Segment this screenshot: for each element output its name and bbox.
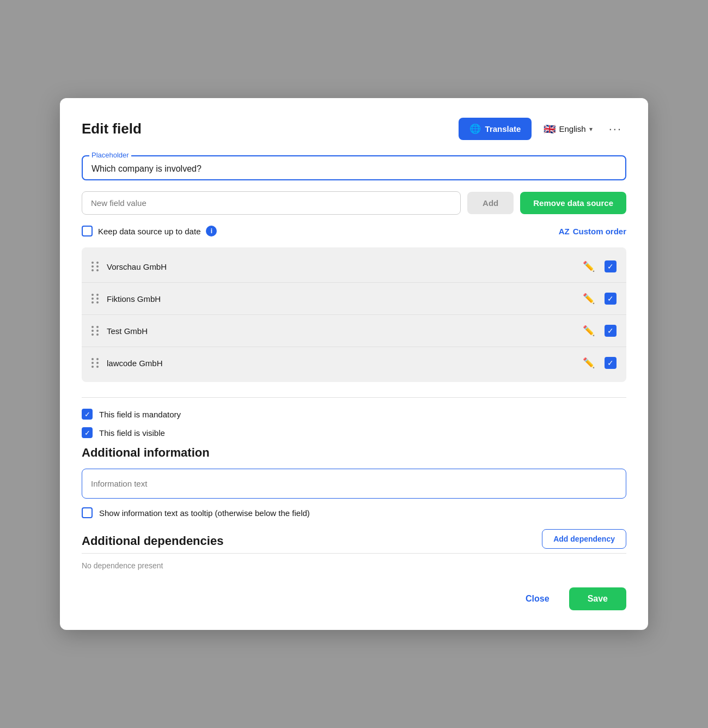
visible-checkbox[interactable]: ✓ <box>82 427 93 438</box>
drag-handle[interactable] <box>91 294 99 304</box>
edit-item-button[interactable]: ✏️ <box>581 290 597 307</box>
item-label: Fiktions GmbH <box>107 294 573 304</box>
new-field-value-input[interactable] <box>82 191 461 215</box>
edit-item-button[interactable]: ✏️ <box>581 323 597 339</box>
close-button[interactable]: Close <box>515 589 560 609</box>
keep-datasource-left: Keep data source up to date i <box>82 226 217 236</box>
visible-checkbox-row: ✓ This field is visible <box>82 427 626 438</box>
dep-divider <box>82 553 626 554</box>
drag-handle[interactable] <box>91 326 99 336</box>
translate-icon: 🌐 <box>469 123 481 135</box>
item-checkbox[interactable]: ✓ <box>605 325 617 337</box>
tooltip-checkbox-row: Show information text as tooltip (otherw… <box>82 507 626 518</box>
drag-handle[interactable] <box>91 262 99 271</box>
edit-item-button[interactable]: ✏️ <box>581 258 597 275</box>
edit-item-button[interactable]: ✏️ <box>581 355 597 371</box>
drag-handle[interactable] <box>91 358 99 368</box>
keep-datasource-label: Keep data source up to date <box>98 227 200 236</box>
list-item: Vorschau GmbH ✏️ ✓ <box>82 251 626 283</box>
mandatory-checkbox-row: ✓ This field is mandatory <box>82 409 626 420</box>
save-button[interactable]: Save <box>569 587 626 610</box>
divider <box>82 397 626 398</box>
no-dependence-text: No dependence present <box>82 561 626 570</box>
modal-title: Edit field <box>82 120 142 137</box>
item-checkbox[interactable]: ✓ <box>605 260 617 272</box>
modal-footer: Close Save <box>82 587 626 610</box>
custom-order-label: Custom order <box>573 227 626 236</box>
placeholder-input[interactable] <box>91 164 617 174</box>
edit-field-modal: Edit field 🌐 Translate 🇬🇧 English ▾ ··· … <box>60 98 648 630</box>
field-value-row: Add Remove data source <box>82 191 626 215</box>
translate-label: Translate <box>485 124 521 134</box>
list-item: Fiktions GmbH ✏️ ✓ <box>82 283 626 315</box>
additional-info-section: Additional information Show information … <box>82 446 626 518</box>
list-item: lawcode GmbH ✏️ ✓ <box>82 347 626 379</box>
mandatory-checkbox[interactable]: ✓ <box>82 409 93 420</box>
modal-header: Edit field 🌐 Translate 🇬🇧 English ▾ ··· <box>82 118 626 140</box>
remove-datasource-button[interactable]: Remove data source <box>520 192 626 214</box>
add-dependency-button[interactable]: Add dependency <box>542 529 626 549</box>
add-button[interactable]: Add <box>467 192 514 214</box>
information-text-input[interactable] <box>82 469 626 499</box>
chevron-down-icon: ▾ <box>589 125 593 133</box>
keep-datasource-checkbox[interactable] <box>82 226 93 236</box>
placeholder-field-wrapper: Placeholder <box>82 155 626 180</box>
dependencies-section: Additional dependencies Add dependency N… <box>82 529 626 570</box>
more-options-button[interactable]: ··· <box>605 120 626 138</box>
item-label: Vorschau GmbH <box>107 262 573 271</box>
placeholder-label: Placeholder <box>89 151 131 159</box>
flag-icon: 🇬🇧 <box>544 123 556 135</box>
dependencies-header: Additional dependencies Add dependency <box>82 529 626 549</box>
keep-datasource-row: Keep data source up to date i AZ Custom … <box>82 226 626 236</box>
item-label: lawcode GmbH <box>107 359 573 368</box>
translate-button[interactable]: 🌐 Translate <box>459 118 532 140</box>
dependencies-title: Additional dependencies <box>82 534 223 548</box>
az-icon: AZ <box>559 227 570 236</box>
item-checkbox[interactable]: ✓ <box>605 293 617 305</box>
language-selector[interactable]: 🇬🇧 English ▾ <box>538 119 597 139</box>
data-items-list: Vorschau GmbH ✏️ ✓ Fiktions GmbH ✏️ ✓ Te… <box>82 247 626 382</box>
tooltip-label: Show information text as tooltip (otherw… <box>99 508 310 518</box>
list-item: Test GmbH ✏️ ✓ <box>82 315 626 347</box>
header-actions: 🌐 Translate 🇬🇧 English ▾ ··· <box>459 118 626 140</box>
mandatory-label: This field is mandatory <box>99 410 181 419</box>
additional-info-title: Additional information <box>82 446 626 460</box>
visible-label: This field is visible <box>99 428 165 438</box>
item-label: Test GmbH <box>107 326 573 336</box>
item-checkbox[interactable]: ✓ <box>605 357 617 369</box>
custom-order-button[interactable]: AZ Custom order <box>559 227 626 236</box>
tooltip-checkbox[interactable] <box>82 507 93 518</box>
info-icon[interactable]: i <box>206 226 217 236</box>
language-label: English <box>559 124 585 134</box>
